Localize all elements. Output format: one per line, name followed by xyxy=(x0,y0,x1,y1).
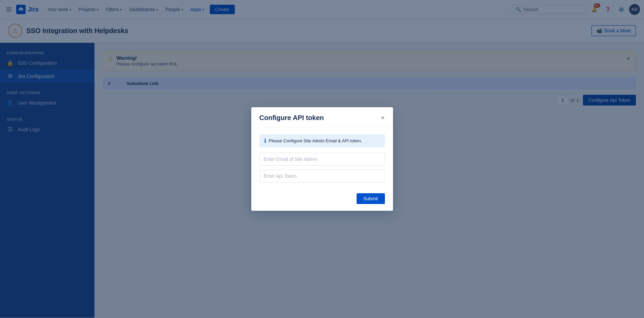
modal-overlay: Configure API token × ℹ Please Configure… xyxy=(0,0,644,318)
email-input[interactable] xyxy=(259,153,385,166)
modal-close-button[interactable]: × xyxy=(381,114,385,122)
info-icon: ℹ xyxy=(264,138,266,144)
modal-footer: Submit xyxy=(251,189,393,211)
modal-body: ℹ Please Configure Site Admin Email & AP… xyxy=(251,127,393,189)
modal-header: Configure API token × xyxy=(251,107,393,127)
configure-api-token-modal: Configure API token × ℹ Please Configure… xyxy=(251,107,393,211)
modal-info-banner: ℹ Please Configure Site Admin Email & AP… xyxy=(259,134,385,147)
submit-button[interactable]: Submit xyxy=(357,193,385,204)
modal-title: Configure API token xyxy=(259,114,324,122)
modal-info-text: Please Configure Site Admin Email & API … xyxy=(269,138,362,143)
api-token-input[interactable] xyxy=(259,170,385,182)
